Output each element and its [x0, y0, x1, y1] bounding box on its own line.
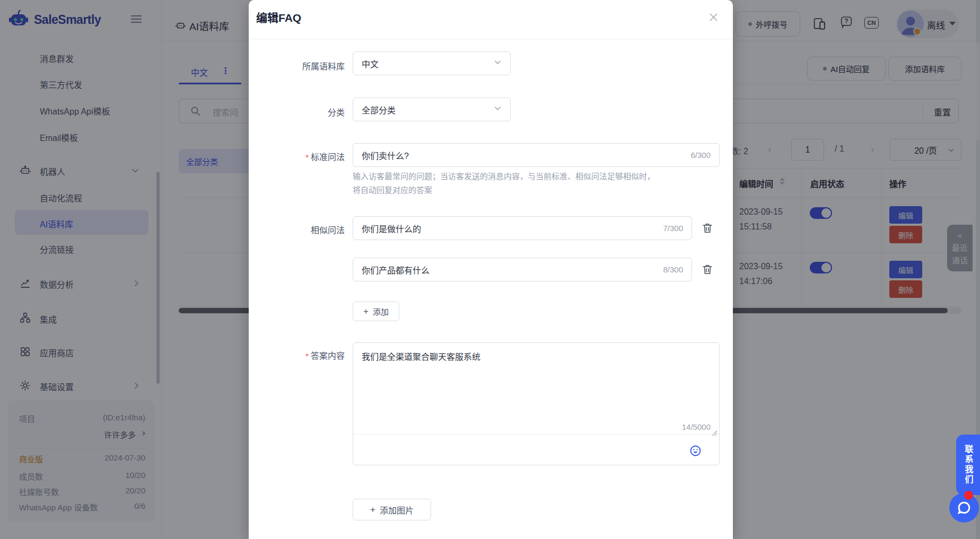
- plus-icon: +: [370, 505, 375, 515]
- edit-faq-modal: 编辑FAQ 所属语料库 中文 分类 全部分类 *标准问法 你们卖什么? 6/30…: [249, 0, 733, 539]
- chevron-down-icon: [494, 58, 502, 68]
- answer-label-text: 答案内容: [311, 351, 345, 360]
- field-label-question: *标准问法: [252, 150, 345, 163]
- similar-input-1[interactable]: 你们是做什么的 7/300: [353, 216, 692, 240]
- question-hint-line2: 将自动回复对应的答案: [353, 183, 432, 197]
- plus-icon: +: [363, 306, 369, 317]
- category-select-value: 全部分类: [362, 103, 396, 116]
- required-mark: *: [305, 351, 309, 360]
- answer-textarea[interactable]: 我们是全渠道聚合聊天客服系统: [362, 350, 480, 363]
- trash-icon[interactable]: [701, 222, 714, 236]
- corpus-select[interactable]: 中文: [353, 51, 511, 75]
- contact-us-tab[interactable]: 联系我们: [956, 435, 980, 495]
- question-input[interactable]: 你们卖什么? 6/300: [353, 143, 720, 167]
- trash-icon[interactable]: [701, 263, 714, 278]
- close-icon[interactable]: [708, 12, 719, 25]
- app-screen: SaleSmartly 消息群发 第三方代发 WhatsApp Api模板 Em…: [0, 0, 980, 539]
- add-image-label: 添加图片: [380, 503, 414, 516]
- emoji-icon[interactable]: [689, 444, 702, 460]
- category-select[interactable]: 全部分类: [353, 98, 511, 121]
- question-value: 你们卖什么?: [362, 149, 409, 162]
- similar-2-counter: 8/300: [663, 265, 683, 274]
- required-mark: *: [305, 153, 309, 162]
- field-label-similar: 相似问法: [252, 223, 345, 236]
- notification-dot: [964, 491, 973, 500]
- similar-2-value: 你们产品都有什么: [362, 263, 430, 276]
- answer-counter: 14/5000: [682, 422, 711, 431]
- similar-input-2[interactable]: 你们产品都有什么 8/300: [353, 258, 692, 281]
- field-label-category: 分类: [252, 105, 345, 118]
- question-hint-line1: 输入访客最常问的问题；当访客发送的消息内容，与当前标准、相似问法足够相似时，: [353, 170, 655, 183]
- similar-1-counter: 7/300: [663, 224, 683, 233]
- question-label-text: 标准问法: [311, 153, 345, 162]
- answer-toolbar-divider: [353, 434, 719, 435]
- field-label-answer: *答案内容: [252, 349, 345, 361]
- add-similar-label: 添加: [373, 306, 389, 317]
- corpus-select-value: 中文: [362, 57, 379, 70]
- similar-1-value: 你们是做什么的: [362, 222, 421, 235]
- question-counter: 6/300: [690, 151, 711, 160]
- field-label-corpus: 所属语料库: [252, 59, 345, 72]
- modal-title: 编辑FAQ: [256, 9, 301, 25]
- chat-bubble-icon: [956, 500, 972, 516]
- answer-editor: 我们是全渠道聚合聊天客服系统 14/5000: [353, 342, 720, 465]
- add-image-button[interactable]: + 添加图片: [353, 499, 431, 520]
- contact-us-label: 联系我们: [962, 445, 975, 485]
- modal-header-divider: [249, 39, 733, 39]
- add-similar-button[interactable]: + 添加: [353, 302, 399, 321]
- chevron-down-icon: [494, 104, 502, 114]
- resize-handle[interactable]: [712, 429, 718, 438]
